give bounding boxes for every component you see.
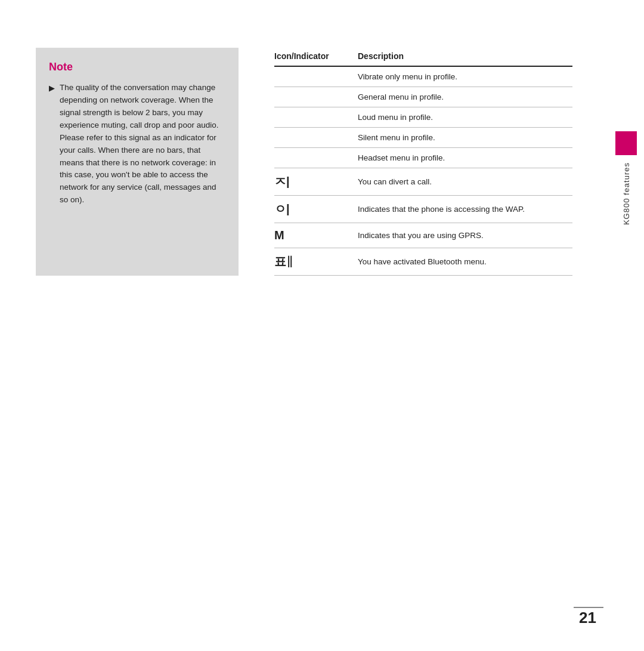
table-row: Silent menu in profile. (274, 128, 572, 148)
table-row: 표‖You have activated Bluetooth menu. (274, 248, 572, 276)
table-row: ㅈ|You can divert a call. (274, 168, 572, 196)
table-cell-description: Indicates that you are using GPRS. (352, 223, 572, 248)
table-cell-description: You have activated Bluetooth menu. (352, 248, 572, 276)
table-cell-icon: ㅈ| (274, 168, 352, 196)
note-title: Note (49, 61, 225, 73)
table-cell-description: Vibrate only menu in profile. (352, 66, 572, 87)
table-row: Vibrate only menu in profile. (274, 66, 572, 87)
table-cell-icon: 표‖ (274, 248, 352, 276)
table-cell-icon (274, 128, 352, 148)
table-cell-description: General menu in profile. (352, 87, 572, 107)
table-cell-icon (274, 148, 352, 168)
side-accent-bar (615, 131, 637, 155)
table-header-row: Icon/Indicator Description (274, 48, 572, 66)
table-row: General menu in profile. (274, 87, 572, 107)
table-cell-icon (274, 66, 352, 87)
side-label-area: KG800 features (608, 0, 644, 651)
table-row: Headset menu in profile. (274, 148, 572, 168)
table-cell-description: You can divert a call. (352, 168, 572, 196)
table-cell-description: Headset menu in profile. (352, 148, 572, 168)
page-number: 21 (579, 609, 596, 627)
table-row: ㅇ|Indicates that the phone is accessing … (274, 196, 572, 223)
note-bullet: ▶ (49, 82, 55, 206)
table-cell-description: Loud menu in profile. (352, 107, 572, 128)
table-cell-icon: M (274, 223, 352, 248)
col-header-icon: Icon/Indicator (274, 48, 352, 66)
main-content: Note ▶ The quality of the conversation m… (36, 48, 608, 276)
table-row: MIndicates that you are using GPRS. (274, 223, 572, 248)
table-row: Loud menu in profile. (274, 107, 572, 128)
note-text: The quality of the conversation may chan… (60, 82, 225, 206)
page-container: KG800 features Note ▶ The quality of the… (0, 0, 644, 651)
note-box: Note ▶ The quality of the conversation m… (36, 48, 239, 276)
table-cell-icon (274, 87, 352, 107)
icon-table: Icon/Indicator Description Vibrate only … (274, 48, 572, 276)
page-number-line (574, 607, 603, 608)
col-header-description: Description (352, 48, 572, 66)
table-cell-icon: ㅇ| (274, 196, 352, 223)
note-content: ▶ The quality of the conversation may ch… (49, 82, 225, 206)
table-cell-description: Silent menu in profile. (352, 128, 572, 148)
table-cell-icon (274, 107, 352, 128)
table-cell-description: Indicates that the phone is accessing th… (352, 196, 572, 223)
side-text: KG800 features (622, 162, 631, 225)
